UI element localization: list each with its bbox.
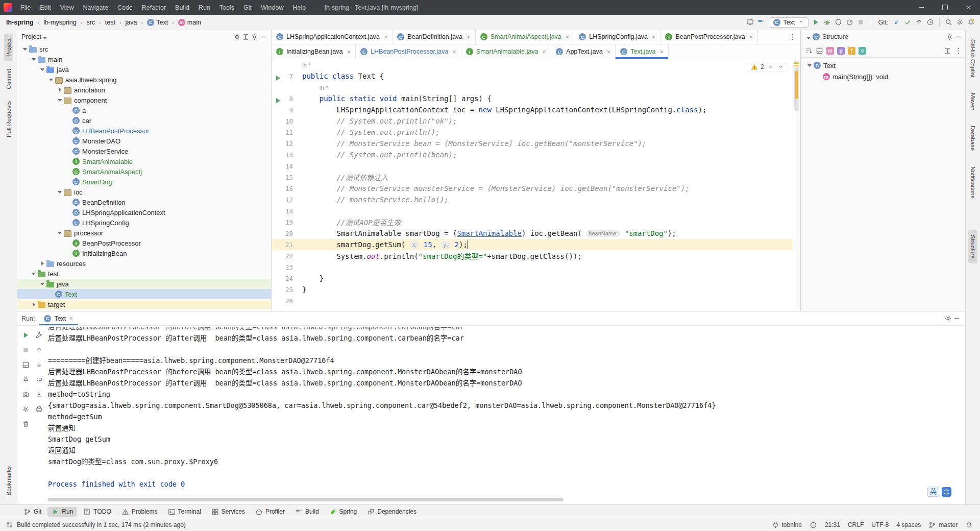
console-settings-button[interactable] (944, 315, 952, 322)
collapse-all-button[interactable] (944, 47, 951, 55)
editor-gutter[interactable]: 21 (272, 241, 302, 249)
menu-git[interactable]: Git (239, 1, 256, 14)
menu-edit[interactable]: Edit (35, 1, 56, 14)
minimize-button[interactable] (910, 0, 933, 15)
close-icon[interactable]: × (347, 48, 351, 56)
editor-tab-LHBeanPostProcessor.java[interactable]: CLHBeanPostProcessor.java× (356, 44, 461, 59)
prev-warning-icon[interactable] (767, 63, 774, 70)
run-gutter-icon[interactable] (276, 98, 280, 103)
settings-button[interactable] (956, 18, 964, 26)
editor-gutter[interactable]: 12 (272, 140, 302, 148)
clock-widget[interactable]: 21:31 (825, 521, 840, 528)
editor-gutter[interactable]: 7 (272, 73, 302, 80)
hide-panel-button[interactable] (953, 315, 961, 322)
dnd-toggle[interactable] (810, 521, 817, 529)
tree-item-resources[interactable]: resources (17, 258, 271, 269)
tool-stripe-maven[interactable]: Maven (968, 88, 977, 115)
toolwindow-button-problems[interactable]: Problems (117, 507, 162, 517)
close-button[interactable]: × (957, 0, 980, 15)
tool-windows-icon[interactable] (5, 521, 13, 529)
visibility-chip-v[interactable]: v (859, 47, 866, 55)
maximize-button[interactable] (933, 0, 957, 15)
toolwindow-button-spring[interactable]: Spring (325, 507, 361, 517)
toolwindow-button-git[interactable]: Git (19, 507, 45, 517)
breadcrumb-item-lh-spring[interactable]: lh-spring (5, 18, 34, 27)
tree-expand-icon[interactable] (47, 289, 55, 299)
tree-item-annotation[interactable]: annotation (17, 85, 271, 95)
notifications[interactable] (965, 521, 973, 529)
tree-item-LHBeanPostProcessor[interactable]: CLHBeanPostProcessor (17, 126, 271, 136)
collapse-all-button[interactable] (242, 33, 250, 41)
editor-gutter[interactable]: 16 (272, 185, 302, 192)
editor-tab-BeanPostProcessor.java[interactable]: IBeanPostProcessor.java× (660, 30, 758, 44)
menu-tools[interactable]: Tools (215, 1, 239, 14)
close-icon[interactable]: × (607, 48, 611, 56)
profile-button[interactable] (846, 18, 853, 26)
structure-item-main[interactable]: mmain(String[]): void (801, 71, 966, 82)
toolwindow-button-build[interactable]: Build (291, 507, 323, 517)
next-warning-icon[interactable] (777, 63, 785, 70)
tree-expand-icon[interactable] (65, 238, 72, 248)
tree-expand-icon[interactable] (56, 95, 64, 105)
close-icon[interactable]: × (452, 48, 456, 56)
menu-help[interactable]: Help (288, 1, 310, 14)
tree-item-main[interactable]: main (17, 54, 271, 64)
editor-gutter[interactable]: 20 (272, 230, 302, 237)
ime-lang-badge[interactable]: 英 (927, 487, 939, 497)
stop-button[interactable] (20, 345, 31, 355)
close-icon[interactable]: × (749, 33, 753, 41)
print-button[interactable] (33, 404, 44, 414)
run-button[interactable] (812, 18, 820, 26)
console-hscrollbar[interactable] (48, 498, 564, 501)
tree-expand-icon[interactable] (806, 60, 814, 70)
toolwindow-button-run[interactable]: Run (47, 507, 77, 517)
tree-expand-icon[interactable] (39, 64, 46, 75)
tree-expand-icon[interactable] (65, 126, 72, 136)
project-panel-title[interactable]: Project (21, 33, 41, 40)
visibility-chip-m[interactable]: m (826, 47, 834, 55)
tree-expand-icon[interactable] (39, 258, 46, 269)
run-with-coverage-button[interactable] (835, 18, 842, 26)
menu-view[interactable]: View (56, 1, 79, 14)
warning-tick[interactable] (794, 62, 799, 64)
editor-gutter[interactable]: 13 (272, 151, 302, 159)
tree-expand-icon[interactable] (65, 115, 72, 126)
soft-wrap-button[interactable] (33, 374, 44, 384)
tree-item-BeanPostProcessor[interactable]: IBeanPostProcessor (17, 238, 271, 248)
tree-expand-icon[interactable] (65, 197, 72, 207)
menu-code[interactable]: Code (113, 1, 137, 14)
editor-gutter[interactable]: 25 (272, 286, 302, 294)
editor-gutter[interactable]: 18 (272, 207, 302, 215)
tree-item-SmartAnimalAspectj[interactable]: CSmartAnimalAspectj (17, 166, 271, 177)
close-icon[interactable]: × (69, 315, 72, 322)
scroll-to-end-button[interactable] (33, 389, 44, 399)
warning-tick[interactable] (794, 65, 799, 66)
run-tab[interactable]: C Text × (39, 311, 78, 325)
structure-tree[interactable]: CTextmmain(String[]): void (801, 58, 966, 82)
editor-gutter[interactable]: 10 (272, 117, 302, 125)
close-icon[interactable]: × (660, 48, 664, 56)
tree-item-SmartAnimalable[interactable]: ISmartAnimalable (17, 156, 271, 166)
structure-settings-button[interactable] (946, 33, 953, 41)
breadcrumb-item-test[interactable]: test (104, 18, 116, 27)
editor-tab-LHSpringApplicationContext.java[interactable]: CLHSpringApplicationContext.java× (272, 30, 393, 44)
git-branch[interactable]: master (928, 521, 958, 529)
tree-item-car[interactable]: Ccar (17, 115, 271, 126)
menu-window[interactable]: Window (256, 1, 288, 14)
tree-item-MonsterService[interactable]: CMonsterService (17, 146, 271, 156)
visibility-chip-f[interactable]: f (848, 47, 855, 55)
next-occurrence-button[interactable] (33, 359, 44, 370)
close-icon[interactable]: × (467, 33, 471, 41)
editor-tab-InitializingBean.java[interactable]: IInitializingBean.java× (272, 44, 356, 59)
editor-tab-SmartAnimalAspectj.java[interactable]: CSmartAnimalAspectj.java× (476, 30, 575, 44)
line-separator[interactable]: CRLF (848, 521, 864, 528)
menu-file[interactable]: File (16, 1, 35, 14)
tree-item-test[interactable]: test (17, 269, 271, 279)
hidden-tabs-button[interactable] (789, 33, 796, 41)
editor-gutter[interactable]: 23 (272, 263, 302, 271)
tree-item-MonsterDAO[interactable]: CMonsterDAO (17, 136, 271, 146)
group-button[interactable] (816, 47, 823, 55)
git-update-button[interactable] (893, 18, 900, 26)
tool-stripe-structure[interactable]: Structure (968, 230, 977, 263)
tree-item-src[interactable]: src (17, 44, 271, 54)
